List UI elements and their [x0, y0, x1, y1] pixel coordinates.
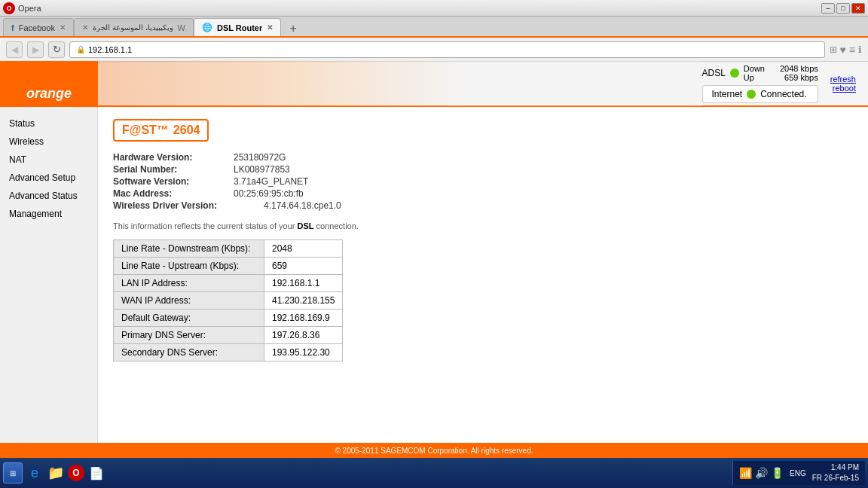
url-text: 192.168.1.1	[88, 45, 132, 54]
maximize-button[interactable]: □	[836, 3, 850, 14]
lock-icon: 🔒	[76, 45, 85, 53]
window-controls: – □ ✕	[821, 3, 865, 14]
browser-window: O Opera – □ ✕ f Facebook ✕ W ويكيبيديا، …	[0, 0, 868, 488]
serial-value: LK008977853	[234, 164, 290, 175]
battery-icon: 🔋	[771, 467, 784, 479]
tab-facebook-label: Facebook	[19, 23, 55, 32]
minimize-button[interactable]: –	[821, 3, 835, 14]
files-icon[interactable]: 📄	[87, 464, 105, 482]
wireless-driver-label: Wireless Driver Version:	[113, 200, 264, 211]
ie-icon[interactable]: e	[26, 464, 44, 482]
reload-button[interactable]: ↻	[48, 41, 65, 58]
router-header: orange ADSL Down 2048 kbps	[0, 62, 868, 107]
new-tab-button[interactable]: +	[284, 21, 302, 36]
action-links: refresh reboot	[830, 75, 856, 93]
header-gradient	[98, 61, 702, 106]
wireless-driver-row: Wireless Driver Version: 4.174.64.18.cpe…	[113, 200, 853, 211]
tab-facebook-close[interactable]: ✕	[60, 23, 66, 32]
status-info: ADSL Down 2048 kbps Up 659 kbps	[702, 64, 869, 103]
hardware-label: Hardware Version:	[113, 152, 234, 163]
network-icon: 📶	[739, 467, 752, 479]
system-icons: 📶 🔊 🔋	[739, 467, 784, 479]
table-row: Line Rate - Upstream (Kbps): 659	[114, 258, 343, 275]
taskbar: ⊞ e 📁 O 📄 📶 🔊 🔋 ENG 1:44 PM FR 26-Feb-15	[0, 458, 868, 488]
internet-label: Internet	[712, 89, 743, 99]
sidebar-item-status[interactable]: Status	[0, 114, 97, 133]
tab-bar: f Facebook ✕ W ويكيبيديا، الموسوعة الحرة…	[0, 17, 868, 38]
table-row: LAN IP Address: 192.168.1.1	[114, 275, 343, 292]
stat-dns1-value: 197.26.8.36	[264, 327, 343, 344]
info-icon[interactable]: ℹ	[858, 44, 862, 55]
title-bar: O Opera – □ ✕	[0, 0, 868, 17]
down-speed-row: Down 2048 kbps	[744, 64, 818, 73]
tab-dsl[interactable]: 🌐 DSL Router ✕	[194, 18, 281, 36]
adsl-status-dot	[730, 69, 739, 78]
stat-gateway-value: 192.168.169.9	[264, 310, 343, 327]
footer-text: © 2005-2011 SAGEMCOM Corporation. All ri…	[335, 447, 533, 455]
internet-status: Internet Connected.	[702, 85, 818, 103]
start-button[interactable]: ⊞	[3, 462, 23, 483]
forward-button[interactable]: ▶	[27, 41, 44, 58]
clock: 1:44 PM FR 26-Feb-15	[812, 462, 859, 483]
internet-status-dot	[747, 90, 756, 99]
table-row: WAN IP Address: 41.230.218.155	[114, 292, 343, 310]
stat-wan-value: 41.230.218.155	[264, 292, 343, 310]
windows-icon: ⊞	[10, 469, 16, 477]
sidebar-item-advanced-setup[interactable]: Advanced Setup	[0, 169, 97, 187]
tab-dsl-close[interactable]: ✕	[267, 23, 273, 32]
up-label: Up	[744, 73, 754, 82]
stats-table: Line Rate - Downstream (Kbps): 2048 Line…	[113, 239, 343, 361]
opera-taskbar-icon[interactable]: O	[68, 465, 84, 481]
sidebar-item-management[interactable]: Management	[0, 205, 97, 223]
stat-upstream-label: Line Rate - Upstream (Kbps):	[114, 258, 264, 275]
browser-content: orange ADSL Down 2048 kbps	[0, 62, 868, 458]
stat-dns2-value: 193.95.122.30	[264, 344, 343, 361]
down-label: Down	[744, 64, 765, 73]
back-button[interactable]: ◀	[6, 41, 23, 58]
wikipedia-favicon: W	[178, 23, 185, 32]
internet-connected-text: Connected.	[760, 89, 806, 99]
speed-info: Down 2048 kbps Up 659 kbps	[744, 64, 818, 82]
stat-lan-label: LAN IP Address:	[114, 275, 264, 292]
address-bar: ◀ ▶ ↻ 🔒 192.168.1.1 ⊞ ♥ ≡ ℹ	[0, 38, 868, 62]
title-bar-left: O Opera	[3, 2, 41, 14]
description-text: This information reflects the current st…	[113, 221, 853, 230]
wireless-driver-value: 4.174.64.18.cpe1.0	[264, 200, 341, 211]
main-content: F@ST™ 2604 Hardware Version: 253180972G …	[98, 107, 868, 443]
sidebar-item-nat[interactable]: NAT	[0, 151, 97, 169]
bookmark-icon[interactable]: ♥	[840, 44, 846, 56]
facebook-favicon: f	[11, 23, 14, 32]
menu-icon[interactable]: ≡	[849, 44, 855, 56]
dsl-favicon: 🌐	[202, 23, 212, 32]
tab-wikipedia[interactable]: W ويكيبيديا، الموسوعة الحرة ✕	[74, 18, 194, 36]
grid-icon[interactable]: ⊞	[830, 44, 837, 55]
stat-dns2-label: Secondary DNS Server:	[114, 344, 264, 361]
orange-logo: orange	[0, 61, 98, 106]
sidebar: Status Wireless NAT Advanced Setup Advan…	[0, 107, 98, 443]
stat-downstream-value: 2048	[264, 240, 343, 258]
tab-facebook[interactable]: f Facebook ✕	[3, 18, 74, 36]
device-model: 2604	[173, 124, 200, 137]
url-bar[interactable]: 🔒 192.168.1.1	[69, 41, 825, 58]
table-row: Secondary DNS Server: 193.95.122.30	[114, 344, 343, 361]
device-brand: F@ST™	[122, 124, 169, 137]
tab-wikipedia-close[interactable]: ✕	[82, 23, 88, 32]
refresh-link[interactable]: refresh	[830, 75, 856, 84]
serial-label: Serial Number:	[113, 164, 234, 175]
folder-icon[interactable]: 📁	[47, 464, 65, 482]
clock-date: FR 26-Feb-15	[812, 473, 859, 483]
reboot-link[interactable]: reboot	[830, 84, 856, 93]
up-speed-row: Up 659 kbps	[744, 73, 818, 82]
sidebar-item-wireless[interactable]: Wireless	[0, 133, 97, 151]
mac-row: Mac Address: 00:25:69:95:cb:fb	[113, 188, 853, 199]
page-footer: © 2005-2011 SAGEMCOM Corporation. All ri…	[0, 443, 868, 458]
address-bar-right: ⊞ ♥ ≡ ℹ	[830, 44, 862, 56]
hardware-value: 253180972G	[234, 152, 286, 163]
stat-dns1-label: Primary DNS Server:	[114, 327, 264, 344]
connection-status-block: ADSL Down 2048 kbps Up 659 kbps	[702, 64, 818, 103]
device-title: F@ST™ 2604	[113, 119, 209, 142]
adsl-label: ADSL	[702, 68, 726, 78]
stat-lan-value: 192.168.1.1	[264, 275, 343, 292]
close-button[interactable]: ✕	[851, 3, 865, 14]
sidebar-item-advanced-status[interactable]: Advanced Status	[0, 187, 97, 205]
